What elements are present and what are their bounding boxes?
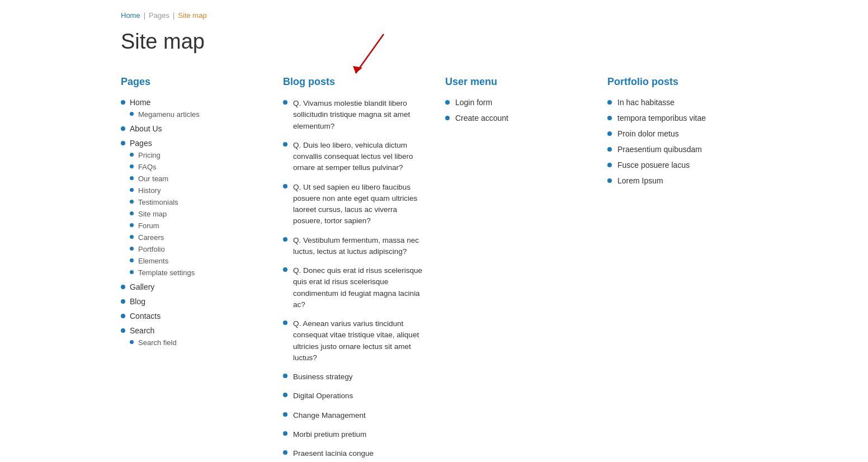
list-item: Contacts — [121, 312, 261, 320]
list-item: Login form — [445, 98, 585, 107]
level2-label: FAQs — [138, 163, 157, 171]
list-item: Change Management — [283, 410, 423, 421]
bullet-icon — [130, 164, 134, 168]
list-item: Q. Aenean varius varius tincidunt conseq… — [283, 318, 423, 364]
bullet-icon — [130, 340, 134, 344]
bullet-icon — [607, 147, 612, 152]
bullet-icon — [130, 235, 134, 239]
list-item: Careers — [130, 233, 261, 242]
blog-item-text: Digital Operations — [293, 390, 353, 402]
bullet-icon — [121, 299, 125, 304]
portfolio-column-title: Portfolio posts — [607, 76, 747, 88]
bullet-icon — [283, 100, 287, 105]
level1-label: Contacts — [130, 312, 161, 320]
bullet-icon — [130, 200, 134, 204]
list-item: FAQs — [130, 163, 261, 171]
portfolio-column: Portfolio posts In hac habitassetempora … — [607, 76, 747, 192]
level1-label: Home — [130, 98, 150, 107]
portfolio-item-label: tempora temporibus vitae — [617, 114, 706, 122]
arrow-annotation — [350, 31, 395, 83]
level2-label: Portfolio — [138, 245, 165, 253]
columns-container: Pages HomeMegamenu articlesAbout UsPages… — [121, 76, 747, 462]
list-item: Pricing — [130, 151, 261, 159]
level2-list: Search field — [130, 338, 261, 347]
portfolio-item-label: Fusce posuere lacus — [617, 161, 690, 169]
bullet-icon — [130, 211, 134, 215]
list-item: Template settings — [130, 268, 261, 277]
user-menu-column-title: User menu — [445, 76, 585, 88]
breadcrumb-pages: Pages — [149, 11, 169, 20]
bullet-icon — [121, 126, 125, 131]
user-menu-column: User menu Login formCreate account — [445, 76, 585, 129]
bullet-icon — [130, 112, 134, 116]
bullet-icon — [283, 237, 287, 242]
blog-item-text: Q. Ut sed sapien eu libero faucibus posu… — [293, 182, 423, 227]
list-item: In hac habitasse — [607, 98, 747, 107]
blog-item-text: Praesent lacinia congue — [293, 448, 374, 459]
level1-item: Contacts — [121, 312, 261, 320]
bullet-icon — [130, 176, 134, 180]
bullet-icon — [283, 142, 287, 147]
list-item: Portfolio — [130, 245, 261, 253]
bullet-icon — [283, 431, 287, 436]
list-item: Our team — [130, 175, 261, 183]
blog-item-text: Business strategy — [293, 371, 353, 383]
blog-column: Blog posts Q. Vivamus molestie blandit l… — [283, 76, 423, 462]
bullet-icon — [130, 153, 134, 157]
blog-list: Q. Vivamus molestie blandit libero solli… — [283, 98, 423, 462]
pages-column-title: Pages — [121, 76, 261, 88]
bullet-icon — [130, 223, 134, 227]
level2-label: Our team — [138, 175, 168, 183]
blog-item-text: Morbi pretium pretium — [293, 429, 366, 440]
level1-label: Gallery — [130, 282, 154, 291]
bullet-icon — [607, 163, 612, 167]
level1-item: Gallery — [121, 282, 261, 291]
bullet-icon — [283, 374, 287, 378]
list-item: Gallery — [121, 282, 261, 291]
list-item: History — [130, 186, 261, 195]
level2-label: Testimonials — [138, 198, 178, 206]
level1-label: Blog — [130, 297, 145, 306]
blog-item-text: Q. Vestibulum fermentum, massa nec luctu… — [293, 235, 423, 258]
level2-label: Template settings — [138, 268, 195, 277]
bullet-icon — [130, 258, 134, 262]
bullet-icon — [607, 131, 612, 136]
level2-label: History — [138, 186, 161, 195]
list-item: Praesentium quibusdam — [607, 145, 747, 154]
list-item: Q. Donec quis erat id risus scelerisque … — [283, 265, 423, 310]
list-item: Elements — [130, 257, 261, 265]
list-item: Digital Operations — [283, 390, 423, 402]
list-item: Create account — [445, 114, 585, 122]
list-item: Site map — [130, 210, 261, 218]
list-item: Proin dolor metus — [607, 129, 747, 138]
list-item: HomeMegamenu articles — [121, 98, 261, 119]
portfolio-item-label: Lorem Ipsum — [617, 176, 663, 185]
level2-list: Megamenu articles — [130, 110, 261, 119]
pages-list: HomeMegamenu articlesAbout UsPagesPricin… — [121, 98, 261, 347]
bullet-icon — [607, 116, 612, 120]
bullet-icon — [121, 285, 125, 289]
portfolio-list: In hac habitassetempora temporibus vitae… — [607, 98, 747, 185]
blog-item-text: Q. Duis leo libero, vehicula dictum conv… — [293, 140, 423, 174]
list-item: Q. Ut sed sapien eu libero faucibus posu… — [283, 182, 423, 227]
user-menu-item-label: Create account — [455, 114, 508, 122]
level2-label: Pricing — [138, 151, 161, 159]
breadcrumb: Home | Pages | Site map — [121, 11, 747, 20]
blog-item-text: Change Management — [293, 410, 366, 421]
page-title: Site map — [121, 30, 747, 54]
list-item: Blog — [121, 297, 261, 306]
breadcrumb-home[interactable]: Home — [121, 11, 140, 20]
level1-label: Search — [130, 326, 154, 335]
list-item: Praesent lacinia congue — [283, 448, 423, 459]
list-item: Morbi pretium pretium — [283, 429, 423, 440]
level1-item: Blog — [121, 297, 261, 306]
level1-item: About Us — [121, 124, 261, 133]
list-item: Q. Vestibulum fermentum, massa nec luctu… — [283, 235, 423, 258]
bullet-icon — [130, 188, 134, 192]
user-menu-item-label: Login form — [455, 98, 492, 107]
blog-header-wrapper: Blog posts — [283, 76, 423, 88]
level1-item: Home — [121, 98, 261, 107]
level2-label: Careers — [138, 233, 164, 242]
portfolio-item-label: Praesentium quibusdam — [617, 145, 702, 154]
list-item: About Us — [121, 124, 261, 133]
